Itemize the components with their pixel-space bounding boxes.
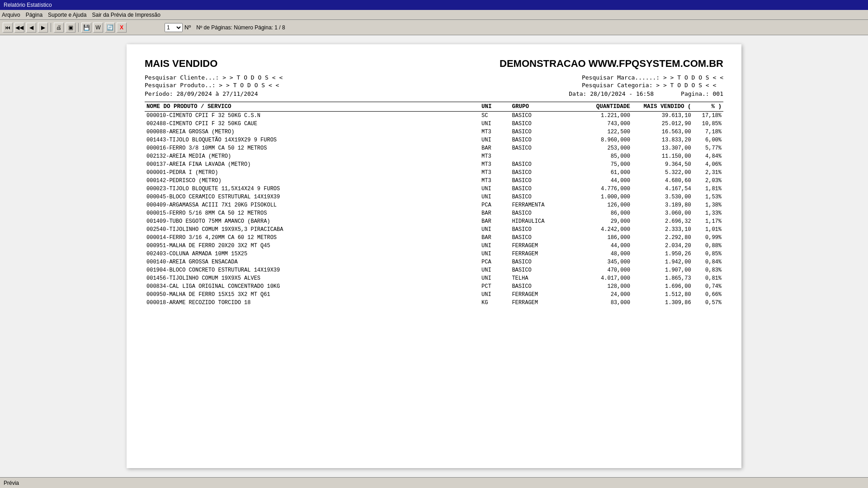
toolbar-separator-1 — [51, 23, 51, 32]
cell-mais-vendido: 2.034,20 — [632, 242, 693, 250]
filter-left: Pesquisar Cliente...: > > T O D O S < < … — [145, 74, 283, 89]
table-row: 000409-ARGAMASSA ACIII 7X1 20KG PISOKOLL… — [145, 201, 723, 209]
cell-grupo: BASICO — [510, 193, 571, 201]
btn-save[interactable]: 💾 — [81, 23, 91, 33]
cell-pct: 10,85% — [693, 120, 723, 128]
menu-sair[interactable]: Sair da Prévia de Impressão — [92, 12, 160, 18]
btn-prev-prev[interactable]: ◀◀ — [14, 23, 24, 33]
filter-right: Pesquisar Marca......: > > T O D O S < <… — [582, 74, 723, 89]
cell-uni: UNI — [480, 193, 510, 201]
cell-quantidade: 253,000 — [571, 144, 632, 152]
cell-grupo: BASICO — [510, 266, 571, 274]
cell-produto: 001904-BLOCO CONCRETO ESTRUTURAL 14X19X3… — [145, 266, 480, 274]
cell-grupo: BASICO — [510, 225, 571, 234]
pagina-text: Pagina.: 001 — [681, 90, 723, 97]
cell-pct: 0,81% — [693, 274, 723, 282]
cell-quantidade: 186,000 — [571, 234, 632, 242]
cell-quantidade: 86,000 — [571, 209, 632, 217]
cell-uni: UNI — [480, 225, 510, 234]
btn-refresh[interactable]: 🔄 — [105, 23, 115, 33]
btn-print[interactable]: 🖨 — [54, 23, 64, 33]
cell-produto: 000951-MALHA DE FERRO 20X20 3X2 MT Q45 — [145, 242, 480, 250]
cell-grupo: FERRAGEM — [510, 299, 571, 307]
table-row: 002132-AREIA MEDIA (METRO) MT3 85,000 11… — [145, 152, 723, 160]
title-bar: Relatório Estatístico — [0, 0, 868, 10]
cell-produto: 000023-TIJOLO BLOQUETE 11,5X14X24 9 FURO… — [145, 185, 480, 193]
cell-pct: 4,06% — [693, 160, 723, 169]
cell-uni: UNI — [480, 120, 510, 128]
cell-produto: 000001-PEDRA I (METRO) — [145, 169, 480, 177]
cell-pct: 1,33% — [693, 209, 723, 217]
cell-quantidade: 83,000 — [571, 299, 632, 307]
menu-suporte[interactable]: Suporte e Ajuda — [48, 12, 86, 18]
table-row: 000023-TIJOLO BLOQUETE 11,5X14X24 9 FURO… — [145, 185, 723, 193]
table-row: 000001-PEDRA I (METRO) MT3 BASICO 61,000… — [145, 169, 723, 177]
btn-next[interactable]: ▶ — [38, 23, 48, 33]
page-select[interactable]: 1 — [165, 23, 183, 32]
filter-cliente: Pesquisar Cliente...: > > T O D O S < < — [145, 74, 283, 81]
btn-word[interactable]: W — [93, 23, 103, 33]
cell-uni: KG — [480, 299, 510, 307]
page-navigation: 1 Nº Nº de Páginas: Número Página: 1 / 8 — [165, 23, 285, 32]
filter-categoria: Pesquisar Categoria: > > T O D O S < < — [582, 82, 723, 89]
cell-mais-vendido: 2.333,10 — [632, 225, 693, 234]
data-text: Data: 28/10/2024 - 16:58 — [569, 90, 654, 97]
th-pct: % ) — [693, 102, 723, 112]
cell-grupo: FERRAGEM — [510, 242, 571, 250]
cell-quantidade: 44,000 — [571, 177, 632, 185]
cell-produto: 000016-FERRO 3/8 10MM CA 50 12 METROS — [145, 144, 480, 152]
report-filters: Pesquisar Cliente...: > > T O D O S < < … — [145, 74, 723, 89]
cell-mais-vendido: 13.833,20 — [632, 136, 693, 144]
cell-pct: 4,84% — [693, 152, 723, 160]
cell-produto: 001456-TIJOLINHO COMUM 19X9X5 ALVES — [145, 274, 480, 282]
cell-mais-vendido: 1.907,00 — [632, 266, 693, 274]
cell-grupo: BASICO — [510, 160, 571, 169]
cell-grupo: BASICO — [510, 234, 571, 242]
cell-quantidade: 470,000 — [571, 266, 632, 274]
cell-pct: 0,99% — [693, 234, 723, 242]
cell-uni: SC — [480, 112, 510, 120]
cell-mais-vendido: 1.950,26 — [632, 250, 693, 258]
table-row: 000014-FERRO 3/16 4,20MM CA 60 12 METROS… — [145, 234, 723, 242]
cell-mais-vendido: 3.189,80 — [632, 201, 693, 209]
cell-mais-vendido: 3.530,00 — [632, 193, 693, 201]
cell-quantidade: 4.776,000 — [571, 185, 632, 193]
cell-quantidade: 1.000,000 — [571, 193, 632, 201]
btn-first[interactable]: ⏮ — [3, 23, 13, 33]
cell-grupo: TELHA — [510, 274, 571, 282]
menu-bar: Arquivo Página Suporte e Ajuda Sair da P… — [0, 10, 868, 20]
cell-pct: 0,57% — [693, 299, 723, 307]
cell-quantidade: 128,000 — [571, 282, 632, 291]
btn-prev[interactable]: ◀ — [26, 23, 36, 33]
cell-mais-vendido: 13.307,00 — [632, 144, 693, 152]
table-row: 000018-ARAME RECOZIDO TORCIDO 18 KG FERR… — [145, 299, 723, 307]
table-row: 000834-CAL LIGA ORIGINAL CONCENTRADO 10K… — [145, 282, 723, 291]
table-row: 000016-FERRO 3/8 10MM CA 50 12 METROS BA… — [145, 144, 723, 152]
cell-uni: UNI — [480, 185, 510, 193]
cell-produto: 000010-CIMENTO CPII F 32 50KG C.S.N — [145, 112, 480, 120]
cell-mais-vendido: 4.167,54 — [632, 185, 693, 193]
cell-quantidade: 1.221,000 — [571, 112, 632, 120]
btn-close-red[interactable]: X — [117, 23, 127, 33]
cell-produto: 001443-TIJOLO BLOQUETÃO 14X19X29 9 FUROS — [145, 136, 480, 144]
table-row: 002488-CIMENTO CPII F 32 50KG CAUE UNI B… — [145, 120, 723, 128]
table-header: NOME DO PRODUTO / SERVICO UNI GRUPO QUAN… — [145, 102, 723, 112]
cell-quantidade: 29,000 — [571, 217, 632, 225]
table-row: 000015-FERRO 5/16 8MM CA 50 12 METROS BA… — [145, 209, 723, 217]
cell-grupo: FERRAMENTA — [510, 201, 571, 209]
cell-produto: 000409-ARGAMASSA ACIII 7X1 20KG PISOKOLL — [145, 201, 480, 209]
btn-view1[interactable]: ▣ — [66, 23, 75, 33]
menu-arquivo[interactable]: Arquivo — [2, 12, 20, 18]
cell-mais-vendido: 4.680,60 — [632, 177, 693, 185]
cell-uni: UNI — [480, 242, 510, 250]
cell-mais-vendido: 11.150,00 — [632, 152, 693, 160]
menu-pagina[interactable]: Página — [26, 12, 42, 18]
cell-mais-vendido: 25.012,90 — [632, 120, 693, 128]
cell-pct: 1,38% — [693, 201, 723, 209]
cell-produto: 000137-AREIA FINA LAVADA (METRO) — [145, 160, 480, 169]
report-title-left: MAIS VENDIDO — [145, 58, 217, 70]
cell-uni: UNI — [480, 291, 510, 299]
cell-pct: 0,74% — [693, 282, 723, 291]
cell-quantidade: 4.017,000 — [571, 274, 632, 282]
cell-uni: UNI — [480, 250, 510, 258]
